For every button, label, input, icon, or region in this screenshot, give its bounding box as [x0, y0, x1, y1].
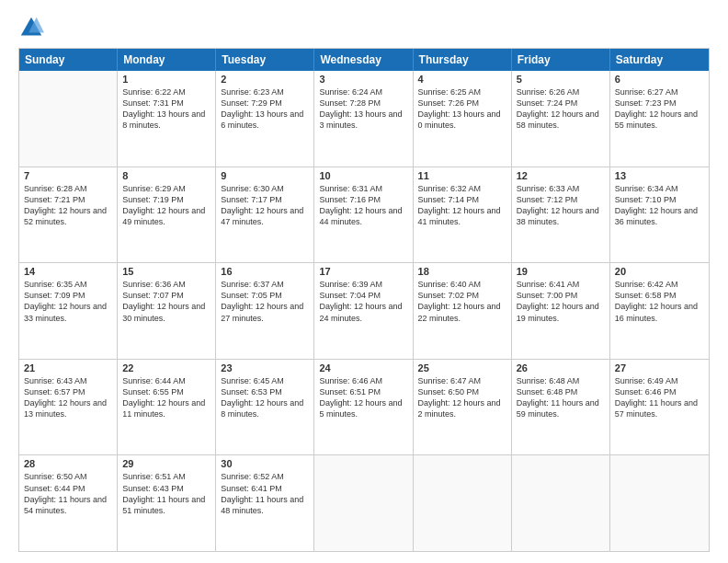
day-number: 22 [122, 362, 210, 373]
calendar-day-header: Sunday [19, 49, 118, 71]
day-number: 14 [24, 266, 112, 277]
calendar-day-header: Tuesday [216, 49, 314, 71]
day-number: 24 [319, 362, 407, 373]
day-number: 17 [319, 266, 407, 277]
cell-info: Sunrise: 6:41 AMSunset: 7:00 PMDaylight:… [517, 279, 605, 324]
day-number: 6 [615, 74, 704, 85]
calendar-cell: 1Sunrise: 6:22 AMSunset: 7:31 PMDaylight… [118, 71, 216, 167]
calendar-cell: 4Sunrise: 6:25 AMSunset: 7:26 PMDaylight… [414, 71, 512, 167]
calendar-row: 7Sunrise: 6:28 AMSunset: 7:21 PMDaylight… [19, 167, 709, 263]
day-number: 21 [24, 362, 112, 373]
cell-info: Sunrise: 6:51 AMSunset: 6:43 PMDaylight:… [122, 471, 210, 516]
calendar-cell: 12Sunrise: 6:33 AMSunset: 7:12 PMDayligh… [512, 167, 610, 263]
cell-info: Sunrise: 6:30 AMSunset: 7:17 PMDaylight:… [221, 183, 309, 228]
cell-info: Sunrise: 6:48 AMSunset: 6:48 PMDaylight:… [517, 375, 605, 420]
calendar-cell: 6Sunrise: 6:27 AMSunset: 7:23 PMDaylight… [610, 71, 709, 167]
calendar-cell: 5Sunrise: 6:26 AMSunset: 7:24 PMDaylight… [512, 71, 610, 167]
calendar-day-header: Friday [512, 49, 610, 71]
day-number: 9 [221, 170, 309, 181]
day-number: 27 [615, 362, 704, 373]
day-number: 7 [24, 170, 112, 181]
cell-info: Sunrise: 6:29 AMSunset: 7:19 PMDaylight:… [122, 183, 210, 228]
calendar-cell [610, 455, 709, 551]
calendar-cell: 25Sunrise: 6:47 AMSunset: 6:50 PMDayligh… [414, 360, 512, 455]
calendar-body: 1Sunrise: 6:22 AMSunset: 7:31 PMDaylight… [19, 71, 709, 551]
calendar-cell: 20Sunrise: 6:42 AMSunset: 6:58 PMDayligh… [610, 263, 709, 359]
cell-info: Sunrise: 6:33 AMSunset: 7:12 PMDaylight:… [517, 183, 605, 228]
calendar-header: SundayMondayTuesdayWednesdayThursdayFrid… [19, 49, 709, 71]
cell-info: Sunrise: 6:39 AMSunset: 7:04 PMDaylight:… [319, 279, 407, 324]
day-number: 19 [517, 266, 605, 277]
day-number: 30 [221, 458, 309, 469]
calendar-day-header: Wednesday [314, 49, 413, 71]
calendar-row: 21Sunrise: 6:43 AMSunset: 6:57 PMDayligh… [19, 359, 709, 455]
cell-info: Sunrise: 6:22 AMSunset: 7:31 PMDaylight:… [122, 86, 210, 132]
day-number: 26 [517, 362, 605, 373]
cell-info: Sunrise: 6:34 AMSunset: 7:10 PMDaylight:… [615, 183, 704, 228]
day-number: 18 [418, 266, 506, 277]
day-number: 16 [221, 266, 309, 277]
cell-info: Sunrise: 6:42 AMSunset: 6:58 PMDaylight:… [615, 279, 704, 324]
day-number: 11 [418, 170, 506, 181]
calendar-row: 28Sunrise: 6:50 AMSunset: 6:44 PMDayligh… [19, 454, 709, 551]
calendar-cell: 14Sunrise: 6:35 AMSunset: 7:09 PMDayligh… [19, 263, 118, 359]
calendar-row: 1Sunrise: 6:22 AMSunset: 7:31 PMDaylight… [19, 71, 709, 167]
calendar-cell: 16Sunrise: 6:37 AMSunset: 7:05 PMDayligh… [216, 263, 314, 359]
cell-info: Sunrise: 6:31 AMSunset: 7:16 PMDaylight:… [319, 183, 407, 228]
cell-info: Sunrise: 6:25 AMSunset: 7:26 PMDaylight:… [418, 86, 506, 132]
header [18, 15, 710, 40]
cell-info: Sunrise: 6:36 AMSunset: 7:07 PMDaylight:… [122, 279, 210, 324]
calendar-cell: 24Sunrise: 6:46 AMSunset: 6:51 PMDayligh… [314, 360, 413, 455]
calendar-cell: 22Sunrise: 6:44 AMSunset: 6:55 PMDayligh… [118, 360, 216, 455]
day-number: 29 [122, 458, 210, 469]
calendar-cell: 3Sunrise: 6:24 AMSunset: 7:28 PMDaylight… [314, 71, 413, 167]
calendar-day-header: Thursday [414, 49, 512, 71]
cell-info: Sunrise: 6:35 AMSunset: 7:09 PMDaylight:… [24, 279, 112, 324]
calendar-cell: 18Sunrise: 6:40 AMSunset: 7:02 PMDayligh… [414, 263, 512, 359]
calendar-cell [512, 455, 610, 551]
logo [18, 15, 48, 40]
calendar-cell [314, 455, 413, 551]
cell-info: Sunrise: 6:37 AMSunset: 7:05 PMDaylight:… [221, 279, 309, 324]
calendar-cell: 10Sunrise: 6:31 AMSunset: 7:16 PMDayligh… [314, 167, 413, 263]
day-number: 15 [122, 266, 210, 277]
page: SundayMondayTuesdayWednesdayThursdayFrid… [0, 0, 728, 563]
calendar-cell: 15Sunrise: 6:36 AMSunset: 7:07 PMDayligh… [118, 263, 216, 359]
day-number: 8 [122, 170, 210, 181]
day-number: 25 [418, 362, 506, 373]
cell-info: Sunrise: 6:44 AMSunset: 6:55 PMDaylight:… [122, 375, 210, 420]
calendar-cell: 19Sunrise: 6:41 AMSunset: 7:00 PMDayligh… [512, 263, 610, 359]
day-number: 2 [221, 74, 309, 85]
day-number: 10 [319, 170, 407, 181]
calendar-cell: 13Sunrise: 6:34 AMSunset: 7:10 PMDayligh… [610, 167, 709, 263]
calendar-day-header: Saturday [610, 49, 709, 71]
day-number: 20 [615, 266, 704, 277]
day-number: 13 [615, 170, 704, 181]
cell-info: Sunrise: 6:27 AMSunset: 7:23 PMDaylight:… [615, 86, 704, 132]
calendar-cell: 7Sunrise: 6:28 AMSunset: 7:21 PMDaylight… [19, 167, 118, 263]
day-number: 12 [517, 170, 605, 181]
cell-info: Sunrise: 6:52 AMSunset: 6:41 PMDaylight:… [221, 471, 309, 516]
cell-info: Sunrise: 6:50 AMSunset: 6:44 PMDaylight:… [24, 471, 112, 516]
calendar-cell: 27Sunrise: 6:49 AMSunset: 6:46 PMDayligh… [610, 360, 709, 455]
day-number: 23 [221, 362, 309, 373]
cell-info: Sunrise: 6:23 AMSunset: 7:29 PMDaylight:… [221, 86, 309, 132]
calendar-cell: 29Sunrise: 6:51 AMSunset: 6:43 PMDayligh… [118, 455, 216, 551]
cell-info: Sunrise: 6:40 AMSunset: 7:02 PMDaylight:… [418, 279, 506, 324]
calendar: SundayMondayTuesdayWednesdayThursdayFrid… [18, 48, 710, 552]
cell-info: Sunrise: 6:47 AMSunset: 6:50 PMDaylight:… [418, 375, 506, 420]
calendar-cell: 23Sunrise: 6:45 AMSunset: 6:53 PMDayligh… [216, 360, 314, 455]
calendar-cell [19, 71, 118, 167]
cell-info: Sunrise: 6:24 AMSunset: 7:28 PMDaylight:… [319, 86, 407, 132]
cell-info: Sunrise: 6:49 AMSunset: 6:46 PMDaylight:… [615, 375, 704, 420]
cell-info: Sunrise: 6:26 AMSunset: 7:24 PMDaylight:… [517, 86, 605, 132]
logo-icon [18, 15, 44, 40]
calendar-cell: 30Sunrise: 6:52 AMSunset: 6:41 PMDayligh… [216, 455, 314, 551]
calendar-cell: 2Sunrise: 6:23 AMSunset: 7:29 PMDaylight… [216, 71, 314, 167]
cell-info: Sunrise: 6:43 AMSunset: 6:57 PMDaylight:… [24, 375, 112, 420]
cell-info: Sunrise: 6:45 AMSunset: 6:53 PMDaylight:… [221, 375, 309, 420]
day-number: 3 [319, 74, 407, 85]
calendar-cell: 28Sunrise: 6:50 AMSunset: 6:44 PMDayligh… [19, 455, 118, 551]
day-number: 28 [24, 458, 112, 469]
calendar-cell: 21Sunrise: 6:43 AMSunset: 6:57 PMDayligh… [19, 360, 118, 455]
